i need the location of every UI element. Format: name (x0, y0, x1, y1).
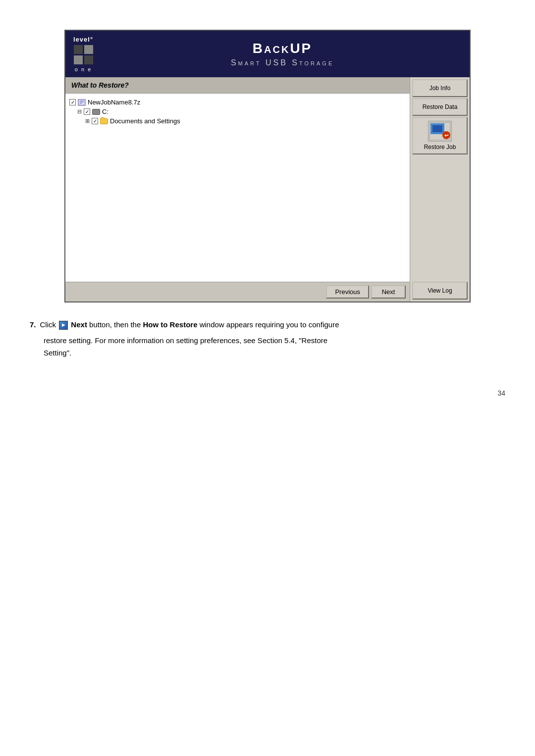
view-log-label: View Log (428, 287, 452, 294)
job-info-label: Job Info (429, 85, 451, 92)
archive-icon (78, 99, 86, 106)
header-title: BackUP Smart USB Storage (103, 41, 462, 67)
backup-title: BackUP (103, 41, 462, 56)
expand-icon-folder[interactable]: ⊞ (85, 118, 90, 124)
panel-title: What to Restore? (65, 77, 410, 94)
folder-icon (100, 118, 108, 124)
restore-data-button[interactable]: Restore Data (412, 98, 468, 116)
svg-rect-2 (80, 102, 84, 103)
view-log-button[interactable]: View Log (412, 282, 468, 300)
svg-rect-3 (80, 103, 82, 104)
logo-cell-1 (74, 45, 83, 54)
svg-text:↩: ↩ (444, 133, 449, 138)
checkbox-folder[interactable] (92, 118, 98, 124)
tree-item-drive[interactable]: ⊟ C: (69, 107, 406, 116)
step-continuation: restore setting. For more information on… (30, 334, 505, 347)
tree-item-folder[interactable]: ⊞ Documents and Settings (69, 116, 406, 126)
logo-one: o n e (75, 66, 92, 72)
how-to-restore-label: How to Restore (143, 320, 197, 329)
svg-rect-6 (432, 125, 442, 132)
body-text: 7. Click ▶ Next button, then the How to … (30, 318, 505, 359)
checkbox-drive[interactable] (84, 108, 90, 115)
file-tree[interactable]: NewJobName8.7z ⊟ C: ⊞ Documents and Sett… (65, 94, 410, 282)
app-body: What to Restore? NewJobName8.7z (65, 77, 470, 302)
page-number: 34 (30, 389, 505, 397)
restore-job-button[interactable]: ↩ Restore Job (412, 117, 468, 154)
content-panel: What to Restore? NewJobName8.7z (65, 77, 410, 302)
logo-cell-4 (84, 55, 93, 64)
step-description: Click ▶ Next button, then the How to Res… (40, 318, 339, 331)
logo-cell-3 (74, 55, 83, 64)
drive-icon (92, 109, 100, 115)
svg-rect-1 (80, 101, 84, 101)
next-icon-inline: ▶ (59, 321, 68, 330)
checkbox-archive[interactable] (69, 99, 76, 105)
app-window: level° o n e BackUP Smart USB Storage Wh… (64, 30, 471, 302)
restore-job-icon: ↩ (428, 121, 452, 142)
sidebar-spacer (412, 155, 468, 281)
logo-grid (74, 45, 93, 64)
next-bold-label: Next (71, 320, 87, 329)
expand-icon-drive[interactable]: ⊟ (77, 108, 82, 115)
next-button[interactable]: Next (371, 285, 406, 299)
restore-data-label: Restore Data (423, 103, 458, 110)
archive-label: NewJobName8.7z (88, 99, 140, 106)
restore-job-label: Restore Job (424, 144, 456, 151)
previous-button[interactable]: Previous (326, 285, 369, 299)
step-row-7: 7. Click ▶ Next button, then the How to … (30, 318, 505, 331)
step-number: 7. (30, 318, 36, 331)
action-bar: Previous Next (65, 282, 410, 302)
app-header: level° o n e BackUP Smart USB Storage (65, 31, 470, 77)
folder-label: Documents and Settings (110, 117, 180, 125)
app-subtitle: Smart USB Storage (103, 58, 462, 67)
logo-area: level° o n e (73, 36, 93, 72)
logo-cell-2 (84, 45, 93, 54)
step-end: Setting". (30, 347, 505, 359)
drive-label: C: (102, 108, 108, 115)
logo-text: level° (73, 36, 93, 43)
tree-item-archive[interactable]: NewJobName8.7z (69, 98, 406, 107)
job-info-button[interactable]: Job Info (412, 79, 468, 97)
sidebar-panel: Job Info Restore Data ↩ Restore Job (410, 77, 470, 302)
